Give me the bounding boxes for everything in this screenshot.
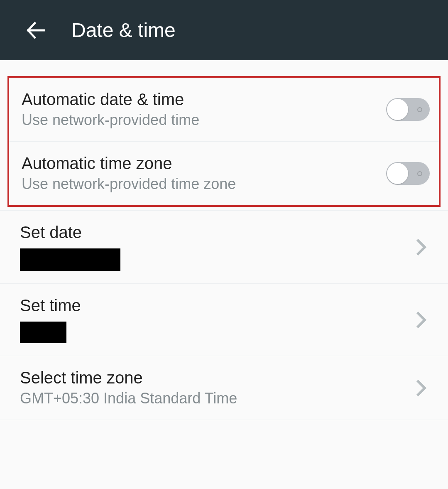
- redacted-date-value: [20, 248, 120, 271]
- toggle-auto-time-zone[interactable]: [386, 162, 430, 185]
- setting-auto-date-time[interactable]: Automatic date & time Use network-provid…: [9, 78, 439, 142]
- toggle-auto-date-time[interactable]: [386, 98, 430, 121]
- setting-select-time-zone[interactable]: Select time zone GMT+05:30 India Standar…: [0, 356, 448, 420]
- chevron-right-icon: [415, 237, 431, 257]
- setting-title: Set time: [20, 296, 81, 315]
- setting-text: Automatic date & time Use network-provid…: [22, 90, 199, 129]
- setting-text: Select time zone GMT+05:30 India Standar…: [20, 369, 237, 407]
- chevron-right-icon: [415, 310, 431, 330]
- setting-subtitle: Use network-provided time zone: [22, 175, 236, 193]
- chevron-right-icon: [415, 378, 431, 398]
- setting-text: Set date: [20, 223, 120, 271]
- redacted-time-value: [20, 322, 66, 343]
- setting-title: Select time zone: [20, 369, 237, 387]
- setting-subtitle: GMT+05:30 India Standard Time: [20, 390, 237, 407]
- setting-text: Set time: [20, 296, 81, 343]
- toggle-track-dot: [417, 171, 422, 176]
- setting-set-time[interactable]: Set time: [0, 284, 448, 356]
- highlighted-section: Automatic date & time Use network-provid…: [7, 76, 441, 207]
- back-arrow-icon[interactable]: [25, 20, 47, 41]
- toggle-track-dot: [417, 107, 422, 112]
- page-title: Date & time: [71, 19, 176, 42]
- toggle-knob: [387, 163, 408, 184]
- setting-title: Automatic date & time: [22, 90, 199, 109]
- setting-subtitle: Use network-provided time: [22, 111, 199, 129]
- setting-auto-time-zone[interactable]: Automatic time zone Use network-provided…: [9, 142, 439, 205]
- setting-title: Automatic time zone: [22, 154, 236, 173]
- setting-text: Automatic time zone Use network-provided…: [22, 154, 236, 193]
- toggle-knob: [387, 99, 408, 120]
- setting-title: Set date: [20, 223, 120, 242]
- setting-set-date[interactable]: Set date: [0, 210, 448, 284]
- app-header: Date & time: [0, 0, 448, 60]
